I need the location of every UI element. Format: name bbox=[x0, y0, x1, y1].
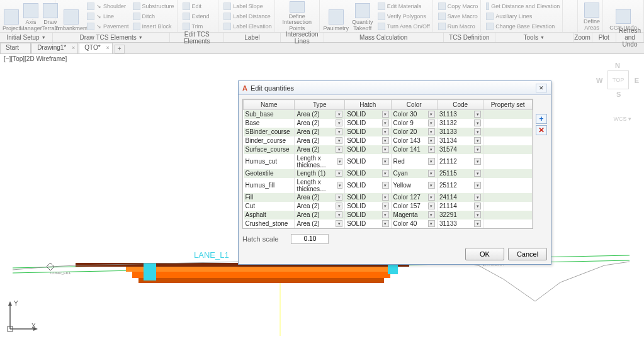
planimetry-button[interactable]: Pauimetry bbox=[322, 1, 350, 31]
get-distance-button[interactable]: Get Distance and Elevation bbox=[486, 1, 560, 11]
col-color[interactable]: Color bbox=[391, 100, 437, 110]
dropdown-icon[interactable]: ▾ bbox=[336, 170, 342, 177]
table-row[interactable]: Humus_cutLength x thicknes…▾SOLID▾Red▾21… bbox=[244, 154, 533, 169]
panel-edittcs[interactable]: Edit TCS Elements bbox=[170, 33, 224, 42]
panel-tools[interactable]: Tools▼ bbox=[495, 33, 573, 42]
dropdown-icon[interactable]: ▾ bbox=[474, 111, 481, 118]
dropdown-icon[interactable]: ▾ bbox=[336, 203, 342, 209]
table-row[interactable]: Humus_fillLength x thicknes…▾SOLID▾Yello… bbox=[244, 178, 533, 193]
dropdown-icon[interactable]: ▾ bbox=[382, 146, 389, 153]
dropdown-icon[interactable]: ▾ bbox=[336, 146, 342, 153]
change-base-button[interactable]: Change Base Elevation bbox=[486, 21, 560, 31]
project-button[interactable]: Project bbox=[3, 1, 20, 31]
dropdown-icon[interactable]: ▾ bbox=[474, 182, 481, 189]
dropdown-icon[interactable]: ▾ bbox=[474, 170, 481, 177]
viewcube[interactable]: N W TOP E S bbox=[607, 70, 629, 89]
copy-macro-button[interactable]: Copy Macro bbox=[438, 1, 478, 11]
ditch-button[interactable]: Ditch bbox=[133, 11, 174, 21]
dropdown-icon[interactable]: ▾ bbox=[336, 111, 342, 118]
table-row[interactable]: Crushed_stoneArea (2)▾SOLID▾Color 40▾311… bbox=[244, 220, 533, 228]
delete-row-button[interactable]: ✕ bbox=[536, 125, 547, 135]
col-name[interactable]: Name bbox=[244, 100, 295, 110]
dialog-titlebar[interactable]: A Edit quantities ✕ bbox=[239, 81, 551, 95]
verify-polygons-button[interactable]: Verify Polygons bbox=[378, 11, 430, 21]
table-row[interactable]: Sub_baseArea (2)▾SOLID▾Color 30▾31113▾ bbox=[244, 110, 533, 119]
edit-button[interactable]: Edit bbox=[183, 1, 216, 11]
hatch-scale-input[interactable] bbox=[291, 234, 329, 244]
ok-button[interactable]: OK bbox=[465, 248, 504, 260]
dropdown-icon[interactable]: ▾ bbox=[428, 119, 435, 126]
dropdown-icon[interactable]: ▾ bbox=[336, 137, 342, 144]
dropdown-icon[interactable]: ▾ bbox=[428, 137, 435, 144]
dropdown-icon[interactable]: ▾ bbox=[474, 203, 481, 209]
tab-add-button[interactable]: + bbox=[115, 45, 125, 53]
dropdown-icon[interactable]: ▾ bbox=[382, 158, 389, 165]
dropdown-icon[interactable]: ▾ bbox=[474, 119, 481, 126]
dropdown-icon[interactable]: ▾ bbox=[474, 128, 481, 135]
dropdown-icon[interactable]: ▾ bbox=[428, 146, 435, 153]
dropdown-icon[interactable]: ▾ bbox=[428, 211, 435, 218]
close-icon[interactable]: × bbox=[72, 45, 75, 51]
table-row[interactable]: FillArea (2)▾SOLID▾Color 127▾24114▾ bbox=[244, 193, 533, 202]
viewport-label[interactable]: [−][Top][2D Wireframe] bbox=[0, 54, 644, 64]
dropdown-icon[interactable]: ▾ bbox=[428, 182, 435, 189]
dropdown-icon[interactable]: ▾ bbox=[382, 137, 389, 144]
dropdown-icon[interactable]: ▾ bbox=[428, 203, 435, 209]
panel-zoom[interactable]: Zoom bbox=[573, 33, 592, 42]
close-icon[interactable]: × bbox=[106, 45, 109, 51]
panel-mass[interactable]: Mass Calculation bbox=[324, 33, 444, 42]
col-type[interactable]: Type bbox=[295, 100, 345, 110]
table-row[interactable]: CutArea (2)▾SOLID▾Color 157▾21114▾ bbox=[244, 202, 533, 211]
wcs-label[interactable]: WCS ▾ bbox=[613, 116, 631, 122]
line-button[interactable]: ↘Line bbox=[87, 11, 129, 21]
dropdown-icon[interactable]: ▾ bbox=[382, 119, 389, 126]
dropdown-icon[interactable]: ▾ bbox=[474, 220, 481, 227]
extend-button[interactable]: Extend bbox=[183, 11, 216, 21]
shoulder-button[interactable]: ↘Shoulder bbox=[87, 1, 129, 11]
embankment-button[interactable]: Embankment bbox=[58, 1, 84, 31]
col-hatch[interactable]: Hatch bbox=[345, 100, 391, 110]
dropdown-icon[interactable]: ▾ bbox=[428, 220, 435, 227]
dropdown-icon[interactable]: ▾ bbox=[382, 182, 389, 189]
dropdown-icon[interactable]: ▾ bbox=[382, 128, 389, 135]
dropdown-icon[interactable]: ▾ bbox=[428, 158, 435, 165]
label-distance-button[interactable]: Label Distance bbox=[223, 11, 272, 21]
panel-drawtcs[interactable]: Draw TCS Elements▼ bbox=[53, 33, 170, 42]
col-pset[interactable]: Property set bbox=[483, 100, 533, 110]
pavement-button[interactable]: ↘Pavement bbox=[87, 21, 129, 31]
panel-intersection[interactable]: Intersection Lines bbox=[281, 33, 324, 42]
dropdown-icon[interactable]: ▾ bbox=[382, 111, 389, 118]
panel-refresh[interactable]: Refresh and Undo bbox=[616, 33, 644, 42]
dropdown-icon[interactable]: ▾ bbox=[382, 203, 389, 209]
label-elevation-button[interactable]: Label Elevation bbox=[223, 21, 272, 31]
dialog-close-button[interactable]: ✕ bbox=[536, 84, 547, 92]
table-row[interactable]: GeotextileLength (1)▾SOLID▾Cyan▾25115▾ bbox=[244, 169, 533, 178]
dropdown-icon[interactable]: ▾ bbox=[336, 194, 342, 201]
dropdown-icon[interactable]: ▾ bbox=[336, 119, 342, 126]
panel-label[interactable]: Label bbox=[224, 33, 281, 42]
dropdown-icon[interactable]: ▾ bbox=[382, 211, 389, 218]
run-macro-button[interactable]: Run Macro bbox=[438, 21, 478, 31]
col-code[interactable]: Code bbox=[437, 100, 483, 110]
cgs-undo-button[interactable]: CGS Undo bbox=[606, 1, 641, 31]
table-row[interactable]: AsphaltArea (2)▾SOLID▾Magenta▾32291▾ bbox=[244, 211, 533, 220]
dropdown-icon[interactable]: ▾ bbox=[382, 170, 389, 177]
dropdown-icon[interactable]: ▾ bbox=[474, 211, 481, 218]
viewcube-top[interactable]: TOP bbox=[607, 70, 629, 89]
define-areas-button[interactable]: Define Areas bbox=[580, 1, 603, 31]
quantities-grid[interactable]: Name Type Hatch Color Code Property set … bbox=[242, 99, 533, 229]
cancel-button[interactable]: Cancel bbox=[508, 248, 547, 260]
panel-tcsdef[interactable]: TCS Definition bbox=[444, 33, 495, 42]
dropdown-icon[interactable]: ▾ bbox=[337, 182, 343, 189]
dropdown-icon[interactable]: ▾ bbox=[336, 211, 342, 218]
dropdown-icon[interactable]: ▾ bbox=[428, 194, 435, 201]
dropdown-icon[interactable]: ▾ bbox=[382, 220, 389, 227]
substructure-button[interactable]: Substructure bbox=[133, 1, 174, 11]
dropdown-icon[interactable]: ▾ bbox=[474, 146, 481, 153]
turn-area-button[interactable]: Turn Area On/Off bbox=[378, 21, 430, 31]
dropdown-icon[interactable]: ▾ bbox=[382, 194, 389, 201]
dropdown-icon[interactable]: ▾ bbox=[336, 128, 342, 135]
table-row[interactable]: SBinder_courseArea (2)▾SOLID▾Color 20▾31… bbox=[244, 128, 533, 136]
table-row[interactable]: Binder_courseArea (2)▾SOLID▾Color 143▾31… bbox=[244, 136, 533, 145]
dropdown-icon[interactable]: ▾ bbox=[336, 220, 342, 227]
